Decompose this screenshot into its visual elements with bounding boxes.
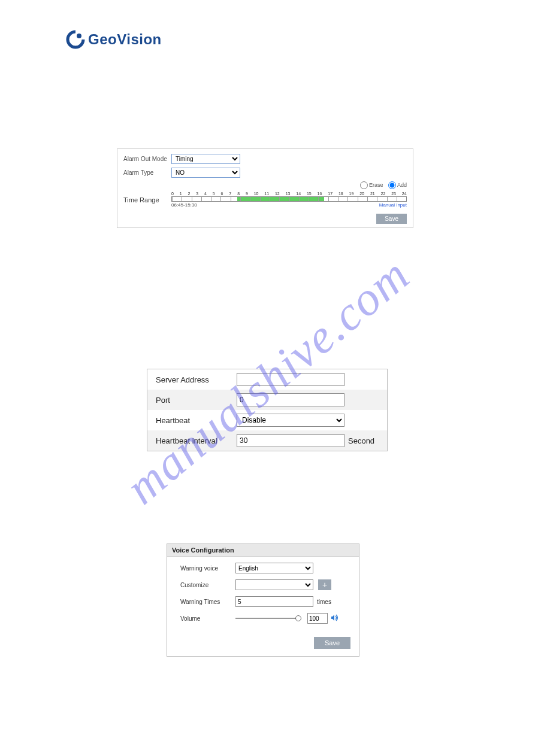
volume-input[interactable] [307,613,328,624]
add-custom-button[interactable]: + [318,579,331,590]
alarm-out-mode-label: Alarm Out Mode [123,156,171,162]
server-address-input[interactable] [237,373,344,386]
timeline-hour-labels: 0123456789101112131415161718192021222324 [171,192,407,196]
heartbeat-interval-input[interactable] [237,434,344,447]
server-panel: Server Address Port Heartbeat Disable He… [147,369,388,451]
heartbeat-label: Heartbeat [156,416,237,425]
add-radio-label[interactable]: Add [385,182,407,188]
heartbeat-interval-label: Heartbeat interval [156,436,237,445]
voice-config-panel: Voice Configuration Warning voice Englis… [167,544,359,657]
brand-logo: GeoVision [66,30,162,49]
add-radio[interactable] [388,181,396,189]
port-label: Port [156,396,237,405]
port-input[interactable] [237,393,344,406]
customize-label: Customize [180,582,235,588]
alarm-out-panel: Alarm Out Mode Timing Alarm Type NO Eras… [117,148,413,228]
erase-radio[interactable] [360,181,368,189]
timeline-ruler[interactable] [171,196,407,202]
server-address-label: Server Address [156,375,237,384]
voice-config-header: Voice Configuration [167,544,359,557]
heartbeat-interval-unit: Second [348,436,374,445]
heartbeat-select[interactable]: Disable [237,414,344,427]
erase-radio-label[interactable]: Erase [356,182,383,188]
warning-voice-select[interactable]: English [235,563,313,573]
warning-times-label: Warning Times [180,599,235,605]
customize-select[interactable] [235,579,313,590]
warning-times-input[interactable] [235,596,313,607]
alarm-save-button[interactable]: Save [376,214,407,224]
volume-label: Volume [180,615,235,622]
warning-times-unit: times [317,599,331,605]
speaker-icon[interactable] [331,614,339,623]
alarm-type-select[interactable]: NO [171,168,240,178]
svg-point-0 [77,34,81,38]
brand-logo-mark [66,30,85,49]
alarm-type-label: Alarm Type [123,169,171,176]
volume-slider[interactable] [235,618,301,619]
voice-save-button[interactable]: Save [314,637,350,649]
time-range-timeline[interactable]: 0123456789101112131415161718192021222324… [171,192,407,208]
brand-name: GeoVision [88,31,162,48]
time-range-value: 06:45-15:30 [171,202,197,208]
warning-voice-label: Warning voice [180,565,235,572]
alarm-out-mode-select[interactable]: Timing [171,154,240,164]
time-range-label: Time Range [123,196,171,204]
volume-slider-thumb[interactable] [295,615,301,621]
manual-input-link[interactable]: Manual Input [379,202,407,208]
